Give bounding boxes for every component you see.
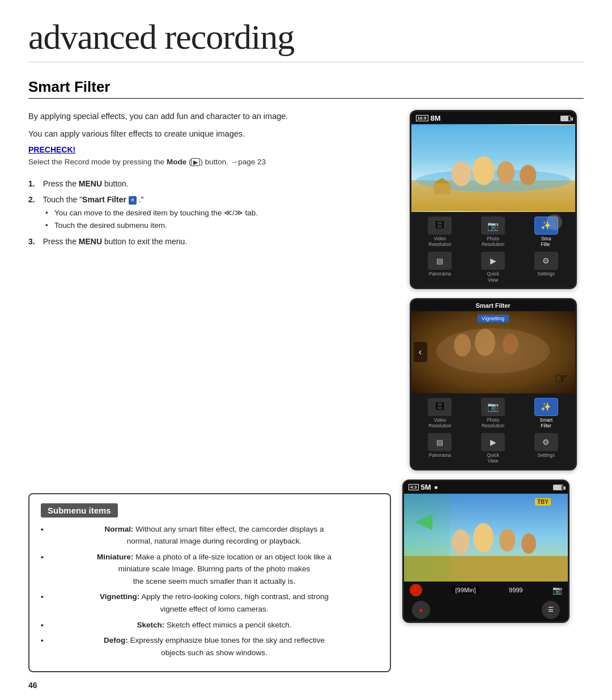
screen-1-topbar: 16:9 8M	[411, 112, 575, 124]
menu-icon-quick-view: ▶	[481, 252, 505, 270]
play-icon: ▶	[490, 256, 496, 265]
screen-2-menu-row-1: 🎞 VideoResolution 📷 PhotoResolution	[414, 397, 573, 430]
screen-2-header: Smart Filter	[411, 300, 575, 311]
svg-rect-7	[434, 183, 450, 194]
hand-touch-icon: ☞	[554, 369, 568, 388]
screen-3-topbar: 4:3 5M ■	[404, 481, 568, 494]
svg-point-13	[475, 329, 495, 356]
photo-icon-2: 📷	[487, 401, 499, 412]
screen-2-photo-res[interactable]: 📷 PhotoResolution	[466, 398, 520, 429]
submenu-term-vignetting: Vignetting:	[100, 592, 139, 601]
screen-2-icon-smart: ✨	[534, 398, 558, 416]
screen-2-icon-video: 🎞	[428, 398, 452, 416]
screen-3-mode-icon: ■	[435, 485, 437, 490]
menu-icon-panorama: ▤	[428, 252, 452, 270]
screen-1-right-info	[560, 114, 571, 121]
arrow-left-button[interactable]: ‹	[414, 342, 427, 362]
submenu-item-vignetting: Vignetting: Apply the retro-looking colo…	[41, 591, 379, 615]
step-2-sub: You can move to the desired item by touc…	[39, 207, 391, 231]
svg-point-3	[451, 162, 471, 186]
megapixel-3: 5M	[421, 483, 431, 491]
screen-2: Smart Filter	[410, 298, 577, 470]
screen-2-label-quick-view: QuickView	[487, 452, 499, 464]
gear-icon: ⚙	[542, 256, 550, 265]
page-title: advanced recording	[28, 17, 584, 62]
screen-2-label-panorama: Panorama	[429, 452, 451, 458]
page-container: advanced recording Smart Filter By apply…	[0, 0, 612, 700]
step-2-num: 2.	[28, 193, 35, 206]
submenu-term-normal: Normal:	[105, 525, 134, 533]
beach-scene-1	[411, 124, 575, 212]
menu-icon-rec: ☰	[548, 606, 554, 613]
menu-item-smart-filter[interactable]: ✨ SmaFilter	[520, 217, 573, 247]
screen-1-image	[411, 124, 575, 212]
menu-item-photo-res[interactable]: 📷 PhotoResolution	[466, 217, 520, 247]
time-display: [99Min]	[452, 586, 479, 594]
screen-2-quick-view[interactable]: ▶ QuickView	[466, 433, 520, 464]
screen-2-icon-photo: 📷	[481, 398, 505, 416]
section-title: Smart Filter	[28, 78, 584, 99]
res-badge-3: 4:3	[409, 484, 419, 490]
content-area: By applying special effects, you can add…	[28, 110, 584, 470]
screen-2-menu-row-2: ▤ Panorama ▶ QuickView ⚙	[414, 432, 573, 465]
step-2-sub-2: Touch the desired submenu item.	[45, 219, 391, 232]
recording-bottom-bar: [99Min] 9999 📷	[404, 582, 568, 599]
menu-item-video-res[interactable]: 🎞 VideoResolution	[414, 217, 467, 247]
screen-2-smart-filter[interactable]: ✨ SmartFilter	[520, 398, 573, 429]
submenu-term-defog: Defog:	[104, 636, 128, 644]
submenu-title: Submenu items	[41, 503, 118, 517]
ctrl-btn-menu[interactable]: ☰	[542, 601, 560, 619]
svg-point-6	[520, 165, 536, 185]
bottom-left: Submenu items Normal: Without any smart …	[28, 480, 391, 673]
bottom-area: Submenu items Normal: Without any smart …	[28, 480, 584, 673]
menu-label-quick-view: QuickView	[487, 271, 499, 282]
photo-icon: 📷	[487, 220, 499, 231]
screen-1: 16:9 8M	[410, 110, 577, 289]
right-screens: 16:9 8M	[402, 110, 584, 470]
rec-button[interactable]	[410, 584, 422, 596]
vignetting-label: Vignetting	[477, 315, 509, 323]
menu-item-quick-view[interactable]: ▶ QuickView	[466, 252, 520, 282]
ctrl-btn-record[interactable]: ●	[412, 601, 430, 619]
step-3: 3. Press the MENU button to exit the men…	[28, 235, 391, 248]
menu-item-panorama[interactable]: ▤ Panorama	[414, 252, 467, 282]
bottom-right: 4:3 5M ■	[402, 480, 584, 673]
megapixel-1: 8M	[431, 114, 441, 122]
tby-badge: TBY	[535, 498, 551, 506]
shot-count: 9999	[509, 587, 522, 593]
screen-2-label-settings: Settings	[537, 452, 555, 458]
smart-filter-icon-2: ✨	[541, 402, 551, 412]
screen-3: 4:3 5M ■	[402, 480, 570, 623]
screen-2-menu: 🎞 VideoResolution 📷 PhotoResolution	[411, 393, 575, 469]
screen-2-icon-panorama: ▤	[428, 433, 452, 451]
precheck-desc: Select the Record mode by pressing the M…	[28, 156, 391, 168]
intro-text-2: You can apply various filter effects to …	[28, 128, 391, 141]
precheck-link[interactable]: PRECHECK!	[28, 145, 391, 154]
menu-row-1: 🎞 VideoResolution 📷 PhotoResolution	[414, 215, 573, 248]
menu-item-settings[interactable]: ⚙ Settings	[520, 252, 573, 282]
step-3-num: 3.	[28, 235, 35, 248]
menu-icon-video-res: 🎞	[428, 217, 452, 235]
screen-1-left-info: 16:9 8M	[416, 114, 441, 122]
svg-point-4	[472, 156, 494, 185]
res-badge-1: 16:9	[416, 115, 428, 121]
submenu-item-sketch: Sketch: Sketch effect mimics a pencil sk…	[41, 619, 379, 631]
battery-icon-3	[553, 485, 563, 490]
screen-2-video-res[interactable]: 🎞 VideoResolution	[414, 398, 467, 429]
record-dot-icon: ●	[419, 605, 423, 614]
screen-2-settings[interactable]: ⚙ Settings	[520, 433, 573, 464]
submenu-term-miniature: Miniature:	[97, 553, 134, 561]
battery-icon-1	[560, 116, 571, 121]
menu-icon-settings: ⚙	[534, 252, 558, 270]
film-icon-2: 🎞	[435, 402, 444, 412]
menu-label-panorama: Panorama	[429, 271, 451, 277]
menu-label-photo-res: PhotoResolution	[482, 236, 504, 247]
gear-icon-2: ⚙	[542, 438, 550, 447]
submenu-items-list: Normal: Without any smart filter effect,…	[41, 523, 379, 659]
submenu-item-normal: Normal: Without any smart filter effect,…	[41, 523, 379, 548]
screen-2-label-photo: PhotoResolution	[482, 417, 504, 429]
screen-2-panorama[interactable]: ▤ Panorama	[414, 433, 467, 464]
menu-row-2: ▤ Panorama ▶ QuickView ⚙	[414, 251, 573, 283]
film-icon: 🎞	[435, 220, 444, 231]
screen-3-image: TBY	[404, 494, 568, 582]
